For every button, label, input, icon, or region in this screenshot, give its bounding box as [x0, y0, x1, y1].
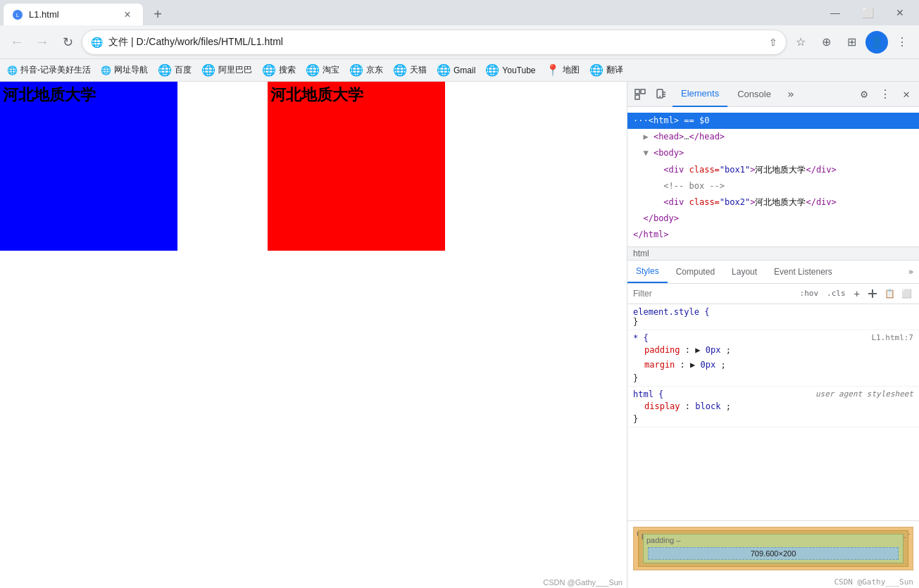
- main-area: 河北地质大学 河北地质大学 CSDN @Gathy___Sun: [0, 82, 919, 588]
- cls-button[interactable]: .cls: [824, 287, 849, 299]
- devtools-more-tabs[interactable]: »: [781, 85, 801, 104]
- box2-text: 河北地质大学: [270, 85, 363, 106]
- tab-computed[interactable]: Computed: [668, 261, 723, 283]
- tab-layout[interactable]: Layout: [723, 261, 765, 283]
- dom-line-html[interactable]: ···<html> == $0: [627, 113, 919, 129]
- forward-button[interactable]: →: [31, 31, 54, 54]
- css-prop-margin: margin : ▶ 0px ;: [633, 358, 913, 373]
- tab-styles[interactable]: Styles: [627, 261, 668, 283]
- tab-event-listeners[interactable]: Event Listeners: [765, 261, 841, 283]
- svg-point-9: [659, 96, 661, 97]
- profile-icon[interactable]: ⊞: [840, 31, 863, 54]
- bookmark-taobao-icon: 🌐: [306, 63, 320, 77]
- css-rules: element.style { } * { L1.html:7 padding …: [627, 304, 919, 521]
- copy-style-icon[interactable]: 📋: [882, 287, 896, 301]
- back-button[interactable]: ←: [6, 31, 28, 54]
- bookmark-search[interactable]: 🌐 搜索: [258, 61, 300, 80]
- bookmark-baidu-icon: 🌐: [158, 63, 172, 77]
- bookmark-alibaba[interactable]: 🌐 阿里巴巴: [197, 61, 256, 80]
- tab-close-button[interactable]: ×: [120, 8, 135, 22]
- extension-icon[interactable]: ⊕: [815, 31, 837, 54]
- bm-content-size: 709.600×200: [751, 549, 796, 558]
- devtools-settings-icon[interactable]: ⚙: [854, 85, 874, 104]
- menu-icon[interactable]: ⋮: [891, 31, 913, 54]
- address-bar-row: ← → ↻ 🌐 文件 | D:/Cathy/work/files/HTML/L1…: [0, 25, 919, 59]
- filter-bar: :hov .cls + 📋 ⬜: [627, 284, 919, 304]
- css-prop-margin-colon: :: [680, 360, 690, 370]
- refresh-button[interactable]: ↻: [56, 31, 79, 54]
- dom-line-comment[interactable]: <!-- box -->: [627, 178, 919, 194]
- devtools-header: Elements Console » ⚙ ⋮ ✕: [627, 82, 919, 107]
- bookmark-tianmao[interactable]: 🌐 天猫: [389, 61, 431, 80]
- bookmark-douyin[interactable]: 🌐 抖音-记录美好生活: [3, 61, 95, 79]
- new-style-icon[interactable]: [865, 287, 880, 301]
- css-rule-header: element.style {: [633, 307, 913, 317]
- bookmark-taobao[interactable]: 🌐 淘宝: [301, 61, 344, 80]
- tab-title: L1.html: [29, 9, 115, 20]
- new-tab-button[interactable]: +: [146, 3, 169, 25]
- dom-line-html-close[interactable]: </html>: [627, 227, 919, 243]
- css-selector-element: element.style {: [633, 307, 709, 317]
- bookmark-baidu-label: 百度: [175, 64, 192, 76]
- styles-more-tabs[interactable]: »: [903, 261, 919, 283]
- bookmark-jd[interactable]: 🌐 京东: [345, 61, 387, 80]
- toggle-style-icon[interactable]: ⬜: [899, 287, 913, 301]
- dom-line-body-open[interactable]: ▼ <body>: [627, 145, 919, 161]
- css-prop-padding-name: padding: [644, 345, 680, 355]
- bookmark-maps-icon: 📍: [546, 63, 560, 77]
- dom-line-box2[interactable]: <div class="box2">河北地质大学</div>: [627, 194, 919, 211]
- add-rule-button[interactable]: +: [851, 287, 863, 301]
- csdn-bar-devtools: CSDN @Gathy___Sun: [627, 576, 919, 588]
- css-prop-padding-colon: :: [685, 345, 695, 355]
- devtools-tab-console[interactable]: Console: [729, 82, 780, 107]
- address-bar[interactable]: 🌐 文件 | D:/Cathy/work/files/HTML/L1.html …: [82, 30, 787, 55]
- bookmark-gmail-icon: 🌐: [437, 63, 451, 77]
- bookmark-translate[interactable]: 🌐 翻译: [585, 61, 627, 80]
- bookmark-maps[interactable]: 📍 地图: [542, 61, 584, 80]
- bookmark-jd-icon: 🌐: [349, 63, 363, 77]
- bookmark-nav-icon: 🌐: [101, 65, 111, 75]
- devtools-inspect-icon[interactable]: [630, 85, 650, 104]
- css-rule-star: * { L1.html:7 padding : ▶ 0px ; margin: [627, 330, 919, 387]
- dom-line-box1[interactable]: <div class="box1">河北地质大学</div>: [627, 162, 919, 178]
- bookmark-icon[interactable]: ☆: [789, 31, 812, 54]
- css-prop-padding-expand[interactable]: ▶: [695, 345, 705, 355]
- bm-padding-label: padding –: [646, 536, 680, 544]
- maximize-button[interactable]: ⬜: [851, 0, 884, 25]
- css-prop-display-colon: :: [685, 401, 695, 411]
- bookmark-youtube[interactable]: 🌐 YouTube: [481, 61, 539, 80]
- bookmark-baidu[interactable]: 🌐 百度: [154, 61, 196, 80]
- css-selector-html: html {: [633, 389, 663, 399]
- minimize-button[interactable]: —: [819, 0, 851, 25]
- devtools-tab-elements[interactable]: Elements: [673, 82, 727, 107]
- css-prop-padding: padding : ▶ 0px ;: [633, 343, 913, 358]
- page-content: 河北地质大学 河北地质大学 CSDN @Gathy___Sun: [0, 82, 627, 588]
- dom-tree: ···<html> == $0 ▶ <head>…</head> ▼ <body…: [627, 107, 919, 246]
- devtools-device-icon[interactable]: [651, 85, 671, 104]
- css-rule-html: html { user agent stylesheet display : b…: [627, 387, 919, 428]
- hov-button[interactable]: :hov: [797, 287, 822, 299]
- close-button[interactable]: ✕: [884, 0, 916, 25]
- css-prop-margin-expand[interactable]: ▶: [690, 360, 700, 370]
- devtools-kebab-menu[interactable]: ⋮: [875, 85, 895, 104]
- bookmark-gmail[interactable]: 🌐 Gmail: [432, 61, 480, 80]
- devtools-close-button[interactable]: ✕: [896, 85, 916, 104]
- user-icon[interactable]: 👤: [865, 31, 888, 54]
- svg-text:L: L: [16, 12, 20, 18]
- share-icon[interactable]: ⇧: [769, 37, 777, 48]
- browser-viewport: 河北地质大学 河北地质大学 CSDN @Gathy___Sun: [0, 82, 627, 588]
- svg-rect-3: [641, 89, 645, 94]
- bookmark-nav[interactable]: 🌐 网址导航: [96, 61, 152, 79]
- browser-window: L L1.html × + — ⬜ ✕ ← → ↻ 🌐 文件 | D:/Cath…: [0, 0, 919, 588]
- devtools-elements-label: Elements: [681, 88, 719, 99]
- dom-line-head[interactable]: ▶ <head>…</head>: [627, 129, 919, 145]
- filter-input[interactable]: [633, 289, 794, 299]
- browser-tab[interactable]: L L1.html ×: [3, 3, 144, 25]
- css-close: }: [633, 317, 913, 327]
- box-model-section: margin – border – padding – 709.600×: [627, 520, 919, 576]
- dom-line-body-close[interactable]: </body>: [627, 211, 919, 227]
- bookmark-tianmao-icon: 🌐: [393, 63, 407, 77]
- address-lock-icon: 🌐: [91, 37, 103, 48]
- css-source-star[interactable]: L1.html:7: [871, 333, 913, 343]
- bookmark-youtube-label: YouTube: [502, 65, 535, 75]
